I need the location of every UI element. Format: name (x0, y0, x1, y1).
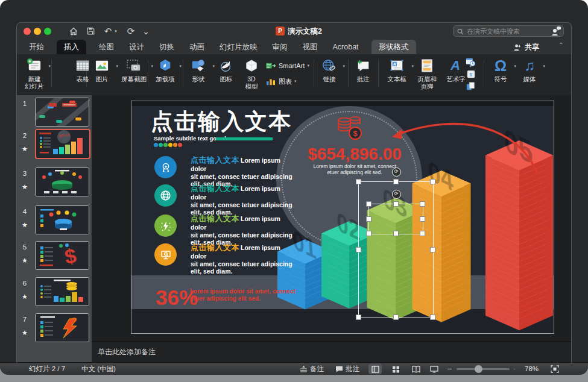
ribbon-button-link[interactable]: ▾ 链接 (316, 57, 343, 93)
fit-slide-to-window-button[interactable] (551, 365, 559, 374)
date-time-icon[interactable] (466, 57, 475, 69)
notes-lines-icon (300, 366, 308, 372)
tab-draw[interactable]: 绘图 (96, 40, 116, 54)
status-bar: 幻灯片 2 / 7 中文 (中国) 备注 批注 − (0, 362, 588, 375)
tab-animations[interactable]: 动画 (187, 40, 207, 54)
amount-text[interactable]: $654,896.00 (276, 145, 433, 164)
cube-icon (239, 57, 264, 75)
tab-review[interactable]: 审阅 (270, 40, 290, 54)
animation-star-icon: ★ (18, 329, 31, 337)
ribbon-button-symbol[interactable]: Ω ▾ 符号 (487, 57, 514, 93)
notes-pane[interactable]: 单击此处添加备注 (92, 342, 571, 362)
tab-transitions[interactable]: 切换 (157, 40, 177, 54)
powerpoint-doc-icon: P (276, 27, 285, 36)
color-dot (168, 143, 172, 147)
redo-icon[interactable]: ⟳ (124, 23, 138, 40)
ribbon-button-text-box[interactable]: A ▾ 文本框 (382, 57, 411, 93)
normal-view-button[interactable] (368, 364, 382, 374)
slideshow-view-button[interactable] (428, 364, 441, 374)
slide-number-icon[interactable]: # (467, 70, 475, 81)
search-icon (457, 28, 464, 35)
svg-text:$: $ (353, 129, 358, 138)
save-icon[interactable] (84, 23, 96, 40)
picture-icon (88, 57, 116, 75)
share-button[interactable]: 共享 (513, 40, 539, 54)
minimize-button[interactable] (34, 28, 41, 35)
zoom-level[interactable]: 78% (525, 363, 539, 375)
ribbon-button-header-footer[interactable]: 页眉和 页脚 (411, 57, 443, 93)
slide-thumbnail-1[interactable] (35, 98, 89, 127)
ribbon-display-options-icon[interactable]: ⌄ (141, 23, 151, 40)
chart-icon (265, 77, 276, 86)
ribbon-button-comment[interactable]: 批注 (350, 57, 376, 93)
zoom-slider-track[interactable] (457, 368, 510, 370)
tab-acrobat[interactable]: Acrobat (330, 40, 361, 54)
animation-star-icon: ★ (18, 183, 31, 191)
slide-thumbnail-6[interactable] (35, 277, 89, 306)
ribbon-button-shapes[interactable]: ▾ 形状 (185, 57, 212, 93)
slide-indicator: 幻灯片 2 / 7 (29, 363, 65, 375)
slide-list-item-3[interactable]: 点击输入文本Lorem ipsum dolor sit amet, consec… (154, 214, 305, 242)
zoom-button[interactable] (44, 28, 51, 35)
svg-text:#: # (469, 71, 473, 78)
slide-sorter-view-button[interactable] (389, 364, 402, 374)
slide-canvas: 0102030405 点击输入文本 Sample subtitle text g… (92, 95, 571, 342)
comment-bubble-icon (335, 366, 343, 373)
undo-dropdown-icon[interactable]: ▾ (113, 23, 118, 40)
insert-object-icon[interactable] (466, 82, 475, 93)
text-box-icon: A (382, 57, 411, 75)
zoom-slider-thumb[interactable] (475, 365, 482, 373)
undo-icon[interactable]: ↶ (101, 23, 115, 40)
ribbon-button-picture[interactable]: ▾ 图片 (88, 57, 116, 93)
tab-insert[interactable]: 插入 (57, 40, 86, 54)
ribbon-button-3d-model[interactable]: 3D 模型 (239, 57, 264, 93)
animation-star-icon: ★ (18, 257, 31, 265)
dove-icon (213, 57, 239, 75)
ribbon-button-smartart[interactable]: SmartArt▾ (265, 59, 309, 72)
slide-thumbnail-panel: 1 2 ★ $654,8 3 ★ 4 ★ 5 ★ $ 6 (17, 95, 92, 362)
tab-shape-format[interactable]: 形状格式 (371, 40, 416, 54)
slide-number-label: 7 (18, 316, 31, 323)
collapse-ribbon-icon[interactable]: ⌃ (558, 42, 563, 48)
ribbon-button-icons[interactable]: 图标 (213, 57, 239, 93)
color-dot (173, 143, 177, 147)
tab-view[interactable]: 视图 (300, 40, 320, 54)
slide-list-item-4[interactable]: 点击输入文本Lorem ipsum dolor sit amet, consec… (154, 243, 305, 271)
ribbon: ▾ 新建 幻灯片 ▾ 表格 ▾ 图片 ▾ 屏幕截图 (17, 54, 571, 96)
slide-editing-area[interactable]: 0102030405 点击输入文本 Sample subtitle text g… (131, 101, 554, 334)
coins-icon[interactable]: $ (335, 116, 364, 142)
presence-contact-icon[interactable] (550, 25, 562, 40)
search-input[interactable]: 在演示文稿中搜索 (453, 25, 564, 37)
notes-toggle-button[interactable]: 备注 (300, 363, 324, 375)
ribbon-button-screenshot[interactable]: ▾ 屏幕截图 (116, 57, 152, 93)
slide-thumbnail-7[interactable] (35, 313, 89, 342)
close-button[interactable] (24, 28, 31, 35)
slide-list-item-2[interactable]: 点击输入文本Lorem ipsum dolor sit amet, consec… (154, 184, 305, 212)
language-indicator[interactable]: 中文 (中国) (81, 363, 116, 375)
zoom-out-button[interactable]: − (447, 363, 452, 375)
slide-number-label: 2 (18, 132, 31, 139)
color-dot (154, 143, 158, 147)
slide-thumbnail-4[interactable] (35, 205, 89, 234)
ribbon-button-add-ins[interactable]: ▾ 加载项 (151, 57, 180, 93)
slide-thumbnail-2[interactable]: $654,8 (35, 129, 90, 159)
ribbon-button-chart[interactable]: 图表▾ (265, 75, 297, 88)
reading-view-button[interactable] (409, 364, 423, 374)
slide-title[interactable]: 点击输入文本 (151, 107, 292, 137)
slide-number-label: 3 (18, 170, 31, 177)
ribbon-button-media[interactable]: ♫ ▾ 媒体 (516, 57, 543, 93)
tab-design[interactable]: 设计 (127, 40, 147, 54)
tab-home[interactable]: 开始 (27, 40, 46, 54)
home-icon[interactable] (68, 23, 80, 40)
slide-thumbnail-5[interactable]: $ (35, 241, 89, 270)
chart-bar-05[interactable]: 05 (485, 122, 553, 331)
slide-thumbnail-3[interactable] (35, 168, 89, 196)
ribbon-button-new-slide[interactable]: ▾ 新建 幻灯片 (19, 57, 49, 93)
screen: ↶ ▾ ⟳ ⌄ P 演示文稿2 在演示文稿中搜索 开始 插入 绘图 设计 切换 … (0, 0, 588, 382)
omega-icon: Ω (487, 57, 514, 75)
tab-slideshow[interactable]: 幻灯片放映 (217, 40, 260, 54)
comments-toggle-button[interactable]: 批注 (335, 363, 359, 375)
chart-bar-04[interactable]: 04 (413, 154, 471, 322)
slide-number-label: 4 (18, 208, 31, 215)
slide-number-label: 5 (18, 243, 31, 251)
